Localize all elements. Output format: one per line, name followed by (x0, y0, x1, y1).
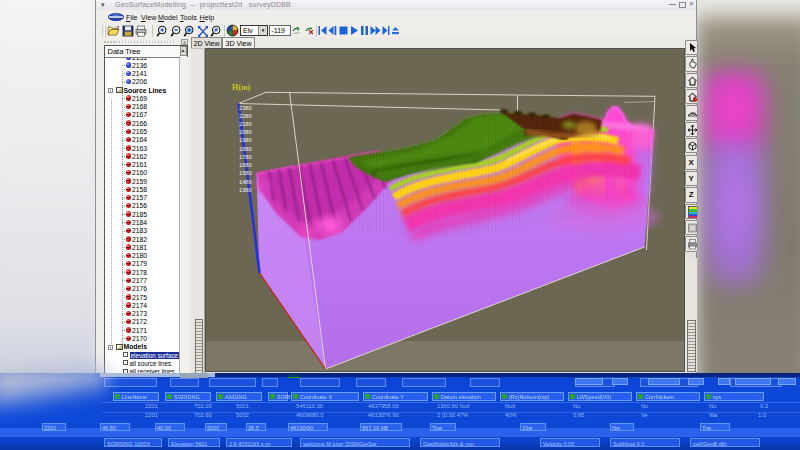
svg-text:1480: 1480 (239, 179, 252, 185)
svg-text:2380: 2380 (239, 105, 252, 111)
svg-text:1380: 1380 (239, 187, 252, 193)
svg-text:2180: 2180 (239, 121, 252, 127)
svg-text:H(m): H(m) (232, 83, 251, 92)
svg-text:1880: 1880 (239, 146, 252, 152)
svg-text:1580: 1580 (239, 170, 252, 176)
svg-text:1980: 1980 (239, 137, 252, 143)
svg-text:2080: 2080 (239, 129, 252, 135)
svg-text:2280: 2280 (239, 113, 252, 119)
svg-text:1780: 1780 (239, 154, 252, 160)
svg-text:1680: 1680 (239, 162, 252, 168)
